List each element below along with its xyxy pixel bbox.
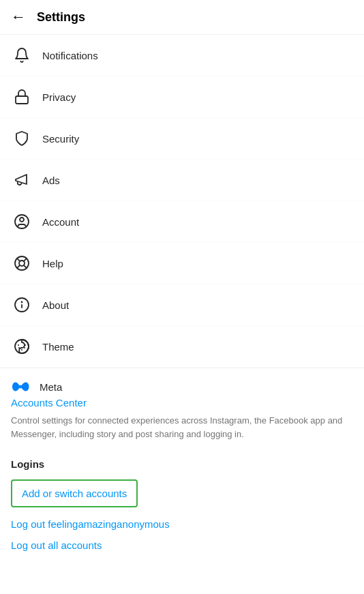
logins-title: Logins [11, 458, 353, 470]
logins-section: Logins Add or switch accounts Log out fe… [0, 458, 364, 551]
page-title: Settings [37, 10, 85, 25]
svg-point-16 [24, 347, 25, 348]
info-circle-icon [11, 294, 33, 316]
account-label: Account [42, 216, 79, 228]
meta-label: Meta [40, 381, 62, 393]
add-switch-accounts-button[interactable]: Add or switch accounts [11, 479, 138, 507]
lifebuoy-icon [11, 252, 33, 274]
svg-line-5 [17, 258, 20, 261]
notifications-label: Notifications [42, 50, 98, 61]
svg-point-17 [18, 344, 19, 346]
svg-line-7 [24, 258, 27, 261]
palette-icon [11, 336, 33, 357]
meta-section: Meta Accounts Center Control settings fo… [0, 368, 364, 458]
about-label: About [42, 299, 69, 311]
sidebar-item-account[interactable]: Account [0, 201, 364, 243]
svg-point-18 [25, 344, 26, 346]
shield-icon [11, 128, 33, 149]
meta-logo-icon [11, 381, 35, 393]
theme-label: Theme [42, 341, 74, 353]
meta-description: Control settings for connected experienc… [11, 414, 353, 441]
help-label: Help [42, 258, 63, 269]
svg-line-6 [24, 265, 27, 268]
megaphone-icon [11, 169, 33, 191]
lock-icon [11, 86, 33, 108]
sidebar-item-ads[interactable]: Ads [0, 160, 364, 201]
svg-point-14 [18, 347, 20, 348]
header: ← Settings [0, 0, 364, 35]
logout-user-link[interactable]: Log out feelingamazinganonymous [11, 518, 353, 530]
sidebar-item-privacy[interactable]: Privacy [0, 76, 364, 118]
person-circle-icon [11, 211, 33, 233]
settings-menu: Notifications Privacy Security Ads [0, 35, 364, 368]
svg-point-15 [21, 349, 22, 351]
sidebar-item-theme[interactable]: Theme [0, 326, 364, 368]
privacy-label: Privacy [42, 91, 76, 103]
ads-label: Ads [42, 175, 60, 186]
accounts-center-link[interactable]: Accounts Center [11, 397, 353, 409]
svg-rect-0 [16, 96, 28, 104]
sidebar-item-help[interactable]: Help [0, 243, 364, 284]
back-button[interactable]: ← [11, 10, 26, 25]
sidebar-item-security[interactable]: Security [0, 118, 364, 160]
svg-point-19 [20, 385, 22, 389]
logout-all-link[interactable]: Log out all accounts [11, 539, 353, 551]
svg-point-2 [20, 218, 24, 222]
bell-icon [11, 44, 33, 66]
security-label: Security [42, 133, 79, 145]
meta-logo-row: Meta [11, 381, 353, 393]
svg-point-12 [22, 302, 22, 303]
svg-line-8 [17, 265, 20, 268]
sidebar-item-about[interactable]: About [0, 284, 364, 326]
sidebar-item-notifications[interactable]: Notifications [0, 35, 364, 76]
